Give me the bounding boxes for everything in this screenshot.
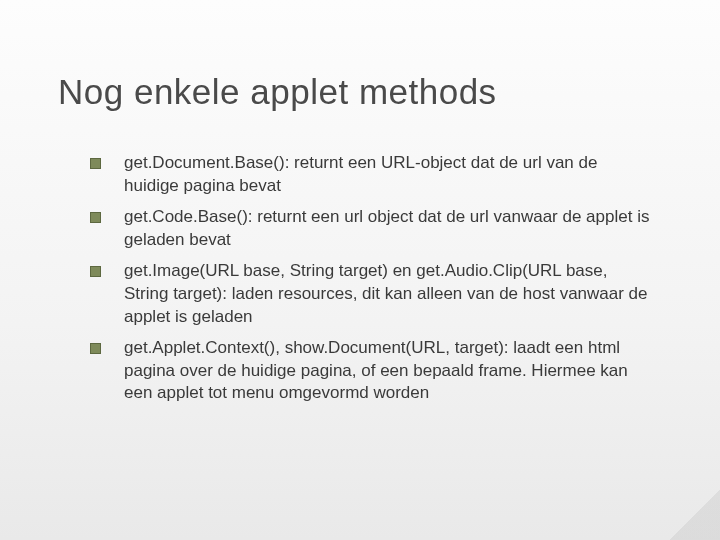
- bullet-square-icon: [90, 343, 101, 354]
- list-item: get.Code.Base(): returnt een url object …: [90, 206, 650, 252]
- list-item-text: get.Applet.Context(), show.Document(URL,…: [124, 338, 628, 403]
- list-item-text: get.Image(URL base, String target) en ge…: [124, 261, 648, 326]
- corner-accent: [670, 490, 720, 540]
- slide: Nog enkele applet methods get.Document.B…: [0, 0, 720, 540]
- bullet-square-icon: [90, 158, 101, 169]
- bullet-square-icon: [90, 212, 101, 223]
- list-item: get.Image(URL base, String target) en ge…: [90, 260, 650, 329]
- bullet-list: get.Document.Base(): returnt een URL-obj…: [90, 152, 650, 405]
- slide-title: Nog enkele applet methods: [58, 72, 497, 112]
- list-item: get.Document.Base(): returnt een URL-obj…: [90, 152, 650, 198]
- bullet-square-icon: [90, 266, 101, 277]
- list-item: get.Applet.Context(), show.Document(URL,…: [90, 337, 650, 406]
- slide-content: get.Document.Base(): returnt een URL-obj…: [90, 152, 650, 413]
- list-item-text: get.Code.Base(): returnt een url object …: [124, 207, 649, 249]
- list-item-text: get.Document.Base(): returnt een URL-obj…: [124, 153, 597, 195]
